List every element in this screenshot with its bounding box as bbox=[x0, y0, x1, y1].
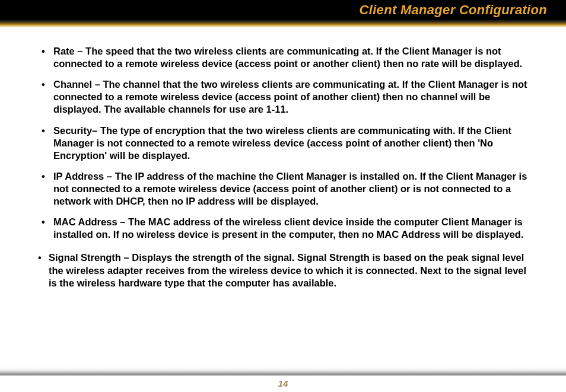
item-desc: The speed that the two wireless clients … bbox=[53, 46, 522, 69]
item-desc: The channel that the two wireless client… bbox=[53, 79, 527, 114]
bullet-icon: • bbox=[42, 125, 45, 137]
list-item: • Signal Strength – Displays the strengt… bbox=[42, 251, 530, 289]
item-term: Signal Strength – bbox=[49, 252, 132, 263]
item-desc: The type of encryption that the two wire… bbox=[53, 125, 511, 161]
bullet-icon: • bbox=[42, 78, 45, 91]
list-item: • Security– The type of encryption that … bbox=[42, 125, 530, 162]
content-area: • Rate – The speed that the two wireless… bbox=[0, 27, 566, 310]
stripe bbox=[0, 26, 566, 27]
list-item: • IP Address – The IP address of the mac… bbox=[42, 170, 530, 208]
page-title: Client Manager Configuration bbox=[360, 2, 547, 18]
bullet-icon: • bbox=[38, 251, 42, 264]
footer-band: 14 bbox=[0, 368, 566, 392]
bullet-icon: • bbox=[42, 170, 45, 183]
title-row: Client Manager Configuration bbox=[0, 0, 566, 20]
list-item: • Channel – The channel that the two wir… bbox=[42, 78, 530, 116]
list-item: • Rate – The speed that the two wireless… bbox=[42, 45, 530, 70]
page-number: 14 bbox=[0, 376, 566, 392]
item-term: MAC Address – bbox=[53, 216, 128, 227]
item-desc: The IP address of the machine the Client… bbox=[53, 171, 527, 206]
list-item: • MAC Address – The MAC address of the w… bbox=[42, 216, 530, 241]
footer-gradient bbox=[0, 368, 566, 376]
bullet-icon: • bbox=[42, 216, 45, 228]
item-term: Rate – bbox=[53, 46, 85, 56]
item-term: IP Address – bbox=[53, 171, 115, 181]
item-term: Security– bbox=[53, 125, 100, 136]
item-term: Channel – bbox=[53, 79, 103, 90]
header-band: Client Manager Configuration bbox=[0, 0, 566, 27]
bullet-icon: • bbox=[42, 45, 45, 58]
